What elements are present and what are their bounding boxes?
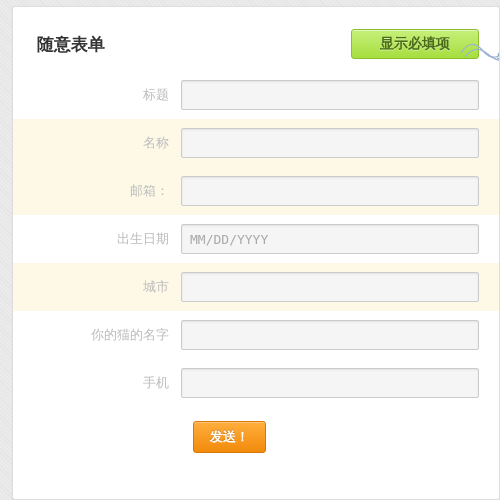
label-catname: 你的猫的名字 — [13, 326, 181, 344]
field-row-city: 城市 — [13, 263, 499, 311]
field-row-email: 邮箱： — [13, 167, 499, 215]
submit-row: 发送！ — [13, 407, 499, 453]
form-title: 随意表单 — [37, 33, 105, 56]
input-birthdate[interactable] — [181, 224, 479, 254]
form-card: 随意表单 显示必填项 sh 标题 名称 邮箱： 出生日期 城市 你的猫的名字 手… — [12, 6, 500, 500]
input-phone[interactable] — [181, 368, 479, 398]
label-phone: 手机 — [13, 374, 181, 392]
field-row-title: 标题 — [13, 71, 499, 119]
label-title: 标题 — [13, 86, 181, 104]
input-catname[interactable] — [181, 320, 479, 350]
input-email[interactable] — [181, 176, 479, 206]
label-email: 邮箱： — [13, 182, 181, 200]
label-name: 名称 — [13, 134, 181, 152]
form-header: 随意表单 显示必填项 — [13, 7, 499, 71]
field-row-phone: 手机 — [13, 359, 499, 407]
decorative-doodle-icon: sh — [459, 33, 500, 63]
field-row-catname: 你的猫的名字 — [13, 311, 499, 359]
label-city: 城市 — [13, 278, 181, 296]
input-name[interactable] — [181, 128, 479, 158]
input-city[interactable] — [181, 272, 479, 302]
field-row-name: 名称 — [13, 119, 499, 167]
field-row-birthdate: 出生日期 — [13, 215, 499, 263]
input-title[interactable] — [181, 80, 479, 110]
label-birthdate: 出生日期 — [13, 230, 181, 248]
submit-button[interactable]: 发送！ — [193, 421, 266, 453]
